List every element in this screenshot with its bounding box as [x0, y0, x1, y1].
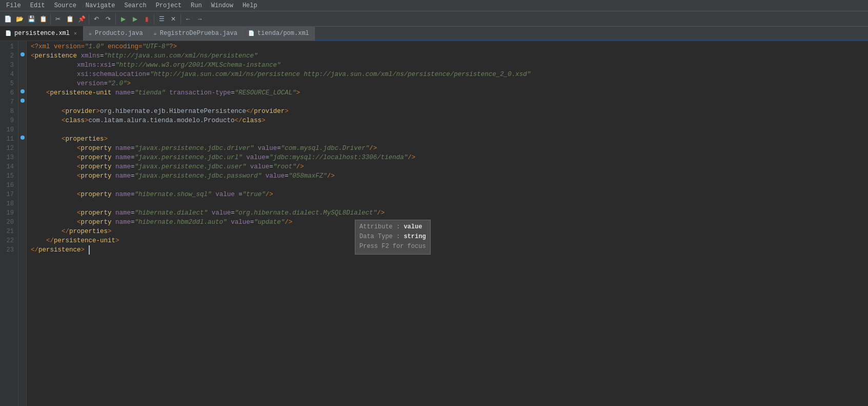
code-l17-tag: property: [81, 190, 112, 199]
toolbar-sep-1: [50, 14, 51, 24]
code-l13-tag: property: [81, 153, 112, 162]
toolbar-build-btn[interactable]: ☰: [156, 13, 167, 25]
toolbar-forward-btn[interactable]: →: [194, 13, 206, 25]
toolbar-back-btn[interactable]: ←: [183, 13, 194, 25]
code-l6-val1: "tienda": [135, 88, 166, 98]
code-l14-sp3: [246, 162, 250, 171]
code-l20-attr2: value: [231, 218, 250, 227]
code-line-22: </persistence-unit>: [27, 236, 868, 245]
code-lines[interactable]: <?xml version="1.0" encoding="UTF-8"?> <…: [27, 41, 868, 406]
code-l19-tag: property: [81, 208, 112, 218]
tab-producto[interactable]: ☕ Producto.java: [84, 26, 149, 41]
code-l20-b1: <: [77, 218, 81, 227]
tab-persistence-close[interactable]: ✕: [73, 30, 78, 37]
ln-13: 13: [2, 153, 14, 162]
code-l3-eq: =: [112, 61, 116, 70]
toolbar-debug-btn[interactable]: ▶​: [129, 13, 140, 25]
toolbar-copy-btn[interactable]: 📋: [64, 13, 75, 25]
code-line-3: xmlns:xsi="http://www.w3.org/2001/XMLSch…: [27, 61, 868, 70]
menu-window[interactable]: Window: [207, 0, 237, 11]
breakpoint-6: [21, 89, 25, 93]
code-l9-b1: <: [62, 116, 66, 125]
code-l19-val2: "org.hibernate.dialect.MySQL8Dialect": [235, 208, 377, 218]
code-l15-val1: "javax.persistence.jdbc.password": [135, 171, 262, 181]
toolbar-run-btn[interactable]: ▶: [117, 13, 129, 25]
menu-source[interactable]: Source: [50, 0, 80, 11]
toolbar-redo-btn[interactable]: ↷: [103, 13, 114, 25]
code-l12-attr1: name: [115, 144, 131, 153]
code-l20-b2: />: [285, 218, 292, 227]
tab-registro[interactable]: ☕ RegistroDePrueba.java: [149, 26, 243, 41]
code-l8-tag2: provider: [254, 107, 285, 116]
menu-project[interactable]: Project: [152, 0, 186, 11]
code-l11-sp: [31, 134, 62, 144]
menu-file[interactable]: File: [2, 0, 25, 11]
code-l13-eq2: =: [266, 153, 270, 162]
xml-file-icon: 📄: [5, 30, 11, 36]
breakpoint-2: [21, 52, 25, 56]
code-l2-sp: [77, 51, 81, 61]
toolbar-sep-3: [115, 14, 116, 24]
code-l21-sp: [31, 227, 62, 236]
code-l1-v2: "UTF-8": [143, 42, 170, 51]
toolbar-cut-btn[interactable]: ✂: [52, 13, 64, 25]
code-l4-sp: [31, 70, 77, 79]
code-l6-attr1: name: [115, 88, 131, 98]
code-line-10: [27, 125, 868, 134]
code-line-12: <property name="javax.persistence.jdbc.d…: [27, 144, 868, 153]
toolbar-clean-btn[interactable]: ✕: [168, 13, 179, 25]
toolbar-open-btn[interactable]: 📂: [14, 13, 25, 25]
code-line-21: </properties>: [27, 227, 868, 236]
code-l6-sp2: [112, 88, 116, 98]
code-l12-sp3: [254, 144, 258, 153]
code-l14-sp: [31, 162, 77, 171]
code-l19-val1: "hibernate.dialect": [135, 208, 208, 218]
code-l20-tag: property: [81, 218, 112, 227]
code-l19-eq2: =: [231, 208, 235, 218]
code-l13-eq1: =: [131, 153, 135, 162]
code-l6-b1: <: [46, 88, 50, 98]
code-l6-attr2: transaction-type: [169, 88, 231, 98]
line-numbers: 1 2 3 4 5 6 7 8 9 10 11 12 13 14 15 16 1…: [0, 41, 18, 406]
ln-16: 16: [2, 181, 14, 190]
code-line-1: <?xml version="1.0" encoding="UTF-8"?>: [27, 42, 868, 51]
ln-17: 17: [2, 190, 14, 199]
code-l12-val1: "javax.persistence.jdbc.driver": [135, 144, 254, 153]
code-line-11: <properties>: [27, 134, 868, 144]
code-l14-b1: <: [77, 162, 81, 171]
code-line-7: [27, 98, 868, 107]
code-line-19: <property name="hibernate.dialect" value…: [27, 208, 868, 218]
code-l15-attr2: value: [266, 171, 285, 181]
toolbar-new-btn[interactable]: 📄: [2, 13, 13, 25]
tab-registro-label: RegistroDePrueba.java: [160, 30, 237, 37]
code-l13-sp: [31, 153, 77, 162]
toolbar-save-all-btn[interactable]: 📋: [37, 13, 49, 25]
menu-run[interactable]: Run: [187, 0, 206, 11]
code-l13-sp2: [112, 153, 116, 162]
toolbar-undo-btn[interactable]: ↶: [91, 13, 102, 25]
ln-8: 8: [2, 107, 14, 116]
tab-pom-label: tienda/pom.xml: [257, 30, 309, 37]
code-l8-b1: <: [62, 107, 66, 116]
menu-help[interactable]: Help: [238, 0, 261, 11]
menu-navigate[interactable]: Navigate: [82, 0, 119, 11]
code-l17-sp: [31, 190, 77, 199]
code-container: 1 2 3 4 5 6 7 8 9 10 11 12 13 14 15 16 1…: [0, 41, 868, 406]
menu-search[interactable]: Search: [120, 0, 150, 11]
code-l17-val1: "hibernate.show_sql": [135, 190, 212, 199]
xml-file-icon-2: 📄: [248, 30, 254, 36]
code-l19-attr1: name: [115, 208, 131, 218]
code-l5-attr: version: [77, 79, 104, 88]
code-l12-val2: "com.mysql.jdbc.Driver": [281, 144, 370, 153]
toolbar-paste-btn[interactable]: 📌: [76, 13, 87, 25]
code-l2-val: "http://java.sun.com/xml/ns/persistence": [104, 51, 258, 61]
ln-2: 2: [2, 51, 14, 61]
code-l19-attr2: value: [212, 208, 231, 218]
tab-persistence[interactable]: 📄 persistence.xml ✕: [0, 26, 84, 41]
code-l12-b2: />: [369, 144, 377, 153]
toolbar-save-btn[interactable]: 💾: [26, 13, 37, 25]
code-line-18: [27, 199, 868, 208]
tab-pom[interactable]: 📄 tienda/pom.xml: [243, 26, 315, 41]
toolbar-stop-btn[interactable]: ▮: [141, 13, 152, 25]
menu-edit[interactable]: Edit: [26, 0, 49, 11]
